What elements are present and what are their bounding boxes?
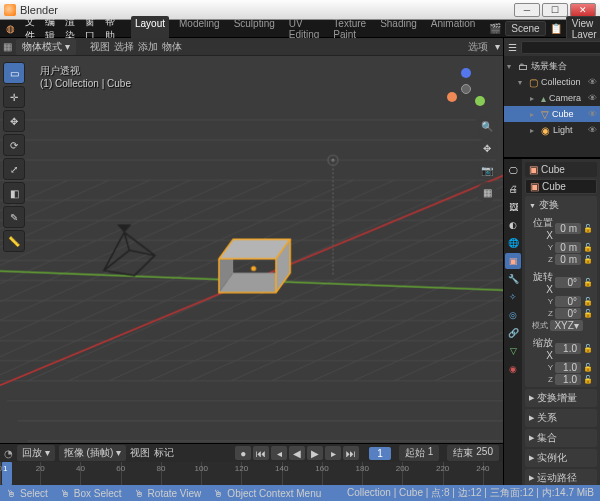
- timeline-cursor[interactable]: 1: [2, 462, 12, 485]
- right-side-panels: ☰ ▾ ▾🗀场景集合 ▾▢Collection👁 ▸▴Camera👁 ▸▽Cub…: [504, 38, 600, 485]
- tool-rotate[interactable]: ⟳: [3, 134, 25, 156]
- frame-start[interactable]: 起始1: [399, 445, 440, 461]
- minimize-button[interactable]: ─: [514, 3, 540, 17]
- rot-y-field[interactable]: 0°: [555, 296, 581, 307]
- vp-menu-view[interactable]: 视图: [90, 40, 110, 54]
- camera-icon[interactable]: 📷: [477, 160, 497, 180]
- node-scene-collection[interactable]: ▾🗀场景集合: [504, 58, 600, 74]
- tab-viewlayer[interactable]: 🖼: [505, 199, 521, 215]
- node-collection[interactable]: ▾▢Collection👁: [504, 74, 600, 90]
- vp-options[interactable]: 选项: [468, 40, 488, 54]
- node-light[interactable]: ▸◉Light👁: [504, 122, 600, 138]
- gizmo-x-axis[interactable]: [447, 92, 457, 102]
- tab-scene[interactable]: ◐: [505, 217, 521, 233]
- jump-start-button[interactable]: ⏮: [253, 446, 269, 460]
- toggle-visibility[interactable]: 👁: [588, 93, 597, 103]
- pan-icon[interactable]: ✥: [477, 138, 497, 158]
- outliner-search[interactable]: [521, 41, 600, 54]
- lock-icon[interactable]: 🔓: [583, 278, 593, 287]
- rot-x-field[interactable]: 0°: [555, 277, 581, 288]
- rot-z-field[interactable]: 0°: [555, 308, 581, 319]
- lock-icon[interactable]: 🔓: [583, 297, 593, 306]
- lock-icon[interactable]: 🔓: [583, 243, 593, 252]
- viewport-3d[interactable]: ▭ ✛ ✥ ⟳ ⤢ ◧ ✎ 📏 用户透视 (1) Collection | Cu…: [0, 56, 503, 443]
- toggle-visibility[interactable]: 👁: [588, 77, 597, 87]
- lock-icon[interactable]: 🔓: [583, 344, 593, 353]
- ortho-icon[interactable]: ▦: [477, 182, 497, 202]
- tab-output[interactable]: 🖨: [505, 181, 521, 197]
- scene-name[interactable]: Scene: [505, 21, 545, 36]
- loc-x-field[interactable]: 0 m: [555, 223, 581, 234]
- maximize-button[interactable]: ☐: [542, 3, 568, 17]
- tab-particles[interactable]: ✧: [505, 289, 521, 305]
- loc-y-field[interactable]: 0 m: [555, 242, 581, 253]
- tab-modifier[interactable]: 🔧: [505, 271, 521, 287]
- tab-world[interactable]: 🌐: [505, 235, 521, 251]
- node-camera[interactable]: ▸▴Camera👁: [504, 90, 600, 106]
- current-frame[interactable]: 1: [369, 447, 391, 460]
- tab-object[interactable]: ▣: [505, 253, 521, 269]
- tl-menu-view[interactable]: 视图: [130, 446, 150, 460]
- viewport-region: ▦ 物体模式▾ 视图 选择 添加 物体 选项 ▾ ▭ ✛ ✥ ⟳ ⤢ ◧ ✎ 📏: [0, 38, 504, 485]
- nav-gizmo[interactable]: [443, 66, 491, 114]
- folder-icon: ▢: [529, 77, 538, 88]
- prev-key-button[interactable]: ◂: [271, 446, 287, 460]
- mode-dropdown[interactable]: 物体模式▾: [16, 39, 76, 55]
- tool-measure[interactable]: 📏: [3, 230, 25, 252]
- lock-icon[interactable]: 🔓: [583, 363, 593, 372]
- tab-render[interactable]: 🖵: [505, 163, 521, 179]
- tab-material[interactable]: ◉: [505, 361, 521, 377]
- play-reverse-button[interactable]: ◀: [289, 446, 305, 460]
- vp-menu-select[interactable]: 选择: [114, 40, 134, 54]
- timeline-track[interactable]: 1 020406080100120140160180200220240: [0, 462, 503, 485]
- lock-icon[interactable]: 🔓: [583, 309, 593, 318]
- scale-x-field[interactable]: 1.0: [555, 343, 581, 354]
- status-stats: Collection | Cube | 点:8 | 边:12 | 三角面:12 …: [347, 486, 594, 500]
- light-icon: ◉: [541, 125, 550, 136]
- loc-z-field[interactable]: 0 m: [555, 254, 581, 265]
- close-button[interactable]: ✕: [570, 3, 596, 17]
- mouse-left-icon: 🖱: [60, 488, 70, 499]
- vp-menu-object[interactable]: 物体: [162, 40, 182, 54]
- playback-controls: ● ⏮ ◂ ◀ ▶ ▸ ⏭: [235, 446, 359, 460]
- jump-end-button[interactable]: ⏭: [343, 446, 359, 460]
- panel-transform-header[interactable]: ▼变换: [525, 196, 597, 214]
- outliner-icon[interactable]: ☰: [508, 42, 517, 53]
- tool-move[interactable]: ✥: [3, 110, 25, 132]
- gizmo-center[interactable]: [461, 84, 471, 94]
- toggle-visibility[interactable]: 👁: [588, 125, 597, 135]
- zoom-icon[interactable]: 🔍: [477, 116, 497, 136]
- frame-end[interactable]: 结束250: [447, 445, 499, 461]
- scale-z-field[interactable]: 1.0: [555, 374, 581, 385]
- vp-menu-add[interactable]: 添加: [138, 40, 158, 54]
- blender-logo-icon: ◍: [6, 23, 15, 34]
- autokey-button[interactable]: ●: [235, 446, 251, 460]
- scale-y-field[interactable]: 1.0: [555, 362, 581, 373]
- editor-type-icon[interactable]: ▦: [3, 41, 12, 52]
- tool-cursor[interactable]: ✛: [3, 86, 25, 108]
- play-button[interactable]: ▶: [307, 446, 323, 460]
- lock-icon[interactable]: 🔓: [583, 255, 593, 264]
- tool-scale[interactable]: ⤢: [3, 158, 25, 180]
- tab-physics[interactable]: ◎: [505, 307, 521, 323]
- toggle-visibility[interactable]: 👁: [588, 109, 597, 119]
- timeline-editor-icon[interactable]: ◔: [4, 448, 13, 459]
- tool-select-box[interactable]: ▭: [3, 62, 25, 84]
- viewport-overlay-text: 用户透视 (1) Collection | Cube: [40, 64, 131, 90]
- playback-dd[interactable]: 回放 ▾: [17, 445, 55, 461]
- lock-icon[interactable]: 🔓: [583, 375, 593, 384]
- tool-transform[interactable]: ◧: [3, 182, 25, 204]
- node-cube[interactable]: ▸▽Cube👁: [504, 106, 600, 122]
- rotation-mode-dd[interactable]: XYZ▾: [550, 320, 582, 331]
- chevron-down-icon[interactable]: ▾: [495, 41, 500, 52]
- object-name-field[interactable]: ▣Cube: [525, 179, 597, 194]
- keying-dd[interactable]: 抠像 (插帧) ▾: [59, 445, 126, 461]
- gizmo-z-axis[interactable]: [461, 68, 471, 78]
- gizmo-y-axis[interactable]: [475, 96, 485, 106]
- tab-constraint[interactable]: 🔗: [505, 325, 521, 341]
- tool-annotate[interactable]: ✎: [3, 206, 25, 228]
- tl-menu-marker[interactable]: 标记: [154, 446, 174, 460]
- tab-data[interactable]: ▽: [505, 343, 521, 359]
- next-key-button[interactable]: ▸: [325, 446, 341, 460]
- lock-icon[interactable]: 🔓: [583, 224, 593, 233]
